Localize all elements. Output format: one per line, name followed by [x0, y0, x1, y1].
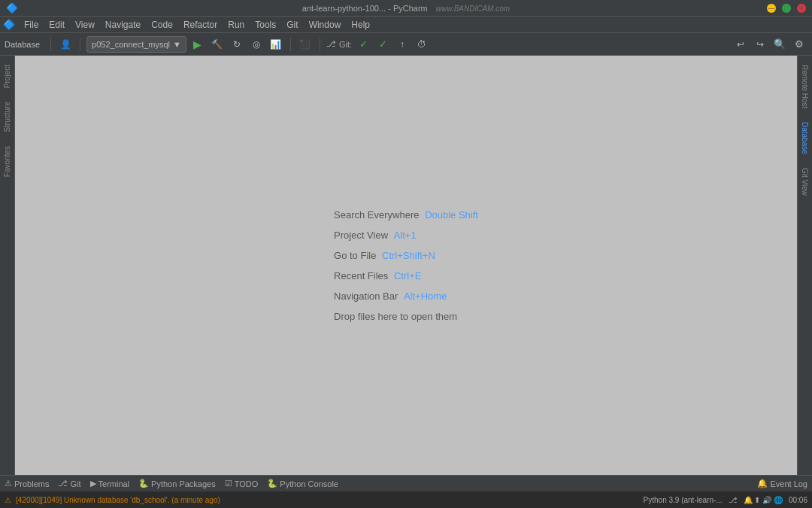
event-log-label: Event Log — [770, 479, 807, 488]
right-side-panel: Remote Host Database Git View — [797, 56, 812, 475]
sidebar-item-structure[interactable]: Structure — [2, 96, 13, 138]
sidebar-item-project[interactable]: Project — [2, 59, 13, 94]
git-icon: ⎇ — [326, 39, 336, 49]
dropdown-arrow-icon: ▼ — [173, 40, 181, 49]
menu-code[interactable]: Code — [147, 18, 177, 32]
bandicam-watermark: www.BANDICAM.com — [436, 5, 510, 13]
recent-files-label: Recent Files — [334, 270, 388, 281]
app-icon: 🔷 — [6, 2, 18, 14]
menu-window[interactable]: Window — [304, 18, 346, 32]
title-bar: 🔷 ant-learn-python-100... - PyCharm www.… — [0, 0, 812, 17]
git-checkmark-2[interactable]: ✓ — [374, 36, 391, 53]
empty-state-row-0: Search Everywhere Double Shift — [334, 209, 478, 221]
stop-button[interactable]: ⬛ — [297, 36, 314, 53]
run-config-label: p052_connect_mysql — [92, 40, 170, 49]
menu-navigate[interactable]: Navigate — [101, 18, 145, 32]
search-everywhere-shortcut: Double Shift — [425, 209, 478, 221]
sidebar-item-favorites[interactable]: Favorites — [2, 140, 13, 183]
git-status-icon: ⎇ — [58, 479, 68, 488]
terminal-icon: ▶ — [90, 479, 96, 488]
title-bar-title: ant-learn-python-100... - PyCharm www.BA… — [302, 4, 510, 13]
toolbar-separator-3 — [290, 38, 291, 51]
python-console-label: Python Console — [280, 479, 338, 488]
menu-run[interactable]: Run — [223, 18, 249, 32]
sidebar-item-remote-host[interactable]: Remote Host — [799, 59, 810, 114]
status-problems[interactable]: ⚠ Problems — [5, 479, 49, 488]
recent-files-shortcut: Ctrl+E — [394, 270, 421, 281]
toolbar-separator-4 — [320, 38, 320, 51]
system-time: 00:06 — [789, 496, 807, 504]
toolbar-project-label: Database — [5, 40, 40, 49]
git-checkmark-1[interactable]: ✓ — [355, 36, 371, 53]
project-view-shortcut: Alt+1 — [394, 230, 417, 241]
empty-state: Search Everywhere Double Shift Project V… — [334, 209, 478, 322]
drop-files-label: Drop files here to open them — [334, 311, 457, 322]
git-push-button[interactable]: ↑ — [394, 36, 411, 53]
empty-state-row-1: Project View Alt+1 — [334, 230, 478, 241]
empty-state-row-5: Drop files here to open them — [334, 311, 478, 322]
reload-button[interactable]: ↻ — [229, 36, 245, 53]
status-todo[interactable]: ☑ TODO — [225, 479, 259, 488]
empty-state-row-4: Navigation Bar Alt+Home — [334, 291, 478, 302]
python-version-label: Python 3.9 (ant-learn-... — [644, 496, 723, 504]
git-text: Git: — [339, 40, 352, 49]
minimize-button[interactable]: — — [767, 4, 776, 13]
sidebar-item-database[interactable]: Database — [799, 116, 810, 160]
close-button[interactable]: ✕ — [797, 4, 806, 13]
search-everywhere-label: Search Everywhere — [334, 209, 419, 221]
main-editor-area[interactable]: Search Everywhere Double Shift Project V… — [15, 56, 797, 475]
run-config-dropdown[interactable]: p052_connect_mysql ▼ — [86, 36, 186, 53]
profile-button[interactable]: 📊 — [268, 36, 284, 53]
python-packages-label: Python Packages — [151, 479, 216, 488]
status-bar: ⚠ Problems ⎇ Git ▶ Terminal 🐍 Python Pac… — [0, 475, 812, 491]
status-python-packages[interactable]: 🐍 Python Packages — [138, 479, 216, 488]
sidebar-item-git-view[interactable]: Git View — [799, 162, 810, 202]
build-button[interactable]: 🔨 — [209, 36, 226, 53]
empty-state-row-3: Recent Files Ctrl+E — [334, 270, 478, 281]
menu-edit[interactable]: Edit — [44, 18, 69, 32]
status-python-console[interactable]: 🐍 Python Console — [267, 479, 338, 488]
menu-tools[interactable]: Tools — [250, 18, 280, 32]
empty-state-row-2: Go to File Ctrl+Shift+N — [334, 250, 478, 261]
problems-icon: ⚠ — [5, 479, 12, 488]
menu-refactor[interactable]: Refactor — [179, 18, 222, 32]
settings-button[interactable]: ⚙ — [791, 36, 807, 53]
status-terminal[interactable]: ▶ Terminal — [90, 479, 130, 488]
app-logo-icon: 🔷 — [3, 19, 15, 30]
maximize-button[interactable]: □ — [782, 4, 791, 13]
toolbar: Database 👤 p052_connect_mysql ▼ ▶ 🔨 ↻ ◎ … — [0, 33, 812, 56]
todo-icon: ☑ — [225, 479, 232, 488]
git-label: ⎇ Git: — [326, 39, 352, 49]
window-title: ant-learn-python-100... - PyCharm — [302, 4, 428, 13]
status-git[interactable]: ⎇ Git — [58, 479, 80, 488]
git-history-button[interactable]: ⏱ — [414, 36, 430, 53]
event-log-icon: 🔔 — [757, 479, 768, 488]
git-status-label: Git — [70, 479, 80, 488]
run-button[interactable]: ▶ — [189, 36, 206, 53]
go-to-file-label: Go to File — [334, 250, 376, 261]
left-side-panel: Project Structure Favorites — [0, 56, 15, 475]
user-button[interactable]: 👤 — [57, 36, 74, 53]
system-icons: 🔔 ⬆ 🔊 🌐 — [744, 496, 783, 504]
toolbar-separator-1 — [50, 38, 51, 51]
navigation-bar-label: Navigation Bar — [334, 291, 398, 302]
menu-help[interactable]: Help — [347, 18, 374, 32]
status-event-log[interactable]: 🔔 Event Log — [757, 479, 807, 488]
todo-label: TODO — [235, 479, 259, 488]
toolbar-separator-2 — [80, 38, 80, 51]
warning-icon: ⚠ — [5, 496, 11, 504]
redo-button[interactable]: ↪ — [752, 36, 768, 53]
system-right: Python 3.9 (ant-learn-... ⎇ 🔔 ⬆ 🔊 🌐 00:0… — [644, 496, 807, 504]
menu-file[interactable]: File — [20, 18, 43, 32]
menu-bar: 🔷 File Edit View Navigate Code Refactor … — [0, 17, 812, 33]
python-packages-icon: 🐍 — [138, 479, 149, 488]
error-text: [42000][1049] Unknown database 'db_schoo… — [16, 496, 220, 504]
menu-git[interactable]: Git — [282, 18, 302, 32]
python-console-icon: 🐍 — [267, 479, 277, 488]
menu-view[interactable]: View — [71, 18, 99, 32]
coverage-button[interactable]: ◎ — [248, 36, 265, 53]
terminal-label: Terminal — [98, 479, 130, 488]
undo-button[interactable]: ↩ — [732, 36, 749, 53]
git-branch-icon: ⎇ — [729, 496, 738, 504]
search-everywhere-button[interactable]: 🔍 — [771, 36, 788, 53]
